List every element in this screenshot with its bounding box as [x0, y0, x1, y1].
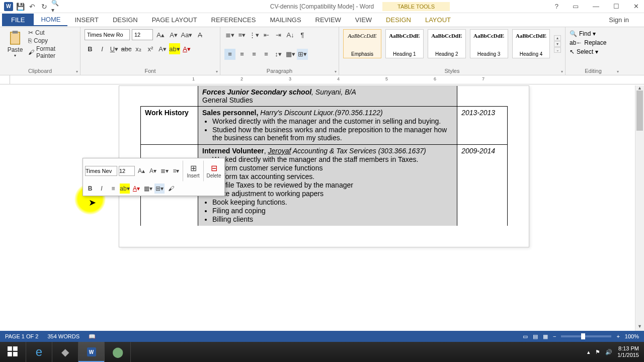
line-spacing-button[interactable]: ↕▾: [273, 49, 284, 60]
show-marks-button[interactable]: ¶: [297, 29, 308, 40]
tab-file[interactable]: FILE: [2, 14, 34, 26]
proofing-icon[interactable]: 📖: [89, 333, 96, 340]
tab-home[interactable]: HOME: [34, 14, 67, 26]
align-left-button[interactable]: ≡: [224, 49, 235, 60]
save-icon[interactable]: 💾: [15, 2, 25, 12]
mini-bold-button[interactable]: B: [85, 184, 95, 194]
scroll-thumb[interactable]: [636, 90, 643, 131]
tray-volume-icon[interactable]: 🔊: [605, 349, 612, 355]
highlight-button[interactable]: ab▾: [169, 43, 180, 54]
tab-references[interactable]: REFERENCES: [204, 14, 263, 26]
style-emphasis[interactable]: AaBbCcDdEEmphasis: [343, 29, 381, 58]
bold-button[interactable]: B: [85, 43, 96, 54]
start-button[interactable]: [0, 342, 26, 362]
paste-button[interactable]: Paste ▾: [4, 29, 26, 59]
print-layout-icon[interactable]: ▤: [533, 333, 538, 340]
select-button[interactable]: ↖ Select ▾: [570, 48, 617, 55]
find-button[interactable]: 🔍 Find ▾: [570, 30, 617, 37]
style-heading4[interactable]: AaBbCcDdEHeading 4: [512, 29, 550, 58]
mini-insert-button[interactable]: ⊞Insert: [183, 160, 202, 182]
shading-button[interactable]: ▦▾: [285, 49, 296, 60]
align-center-button[interactable]: ≡: [236, 49, 248, 60]
work-history-label-cell[interactable]: Work History: [141, 107, 198, 145]
ribbon-options-icon[interactable]: ▭: [570, 3, 582, 10]
shrink-font-icon[interactable]: A▾: [168, 29, 179, 40]
zoom-in-icon[interactable]: +: [616, 333, 619, 339]
mini-font-select[interactable]: [85, 166, 117, 176]
taskbar-app2-icon[interactable]: ⬤: [105, 342, 131, 362]
italic-button[interactable]: I: [97, 43, 108, 54]
mini-numbering-icon[interactable]: ≡▾: [171, 166, 181, 176]
tab-insert[interactable]: INSERT: [67, 14, 105, 26]
tab-page-layout[interactable]: PAGE LAYOUT: [145, 14, 204, 26]
inc-indent-button[interactable]: ⇥: [273, 29, 284, 40]
mini-grow-icon[interactable]: A▴: [136, 166, 146, 176]
font-color-button[interactable]: A▾: [181, 43, 192, 54]
text-effects-icon[interactable]: A▾: [157, 43, 168, 54]
qat-more-icon[interactable]: 🔍▾: [51, 2, 61, 12]
mini-align-button[interactable]: ≡: [108, 184, 118, 194]
tray-up-icon[interactable]: ▴: [587, 349, 590, 355]
page-indicator[interactable]: PAGE 1 OF 2: [5, 333, 38, 339]
font-name-select[interactable]: [85, 29, 130, 40]
zoom-out-icon[interactable]: −: [553, 333, 556, 339]
tray-flag-icon[interactable]: ⚑: [595, 349, 600, 355]
copy-button[interactable]: ⎘ Copy: [28, 37, 76, 44]
dec-indent-button[interactable]: ⇤: [261, 29, 272, 40]
sign-in-link[interactable]: Sign in: [609, 16, 629, 24]
font-size-select[interactable]: [132, 29, 153, 40]
subscript-button[interactable]: x₂: [133, 43, 144, 54]
maximize-icon[interactable]: ☐: [610, 3, 622, 10]
mini-highlight-button[interactable]: ab▾: [120, 184, 130, 194]
word-count[interactable]: 354 WORDS: [47, 333, 79, 339]
style-heading3[interactable]: AaBbCcDdEHeading 3: [470, 29, 508, 58]
mini-size-select[interactable]: [119, 166, 135, 176]
sort-button[interactable]: A↓: [285, 29, 296, 40]
undo-icon[interactable]: ↶: [27, 2, 37, 12]
clear-format-icon[interactable]: A̶: [194, 29, 205, 40]
styles-expand[interactable]: ▴▾⌄: [554, 35, 561, 53]
tab-view[interactable]: VIEW: [348, 14, 379, 26]
style-heading2[interactable]: AaBbCcDdEHeading 2: [428, 29, 466, 58]
borders-button[interactable]: ⊞▾: [297, 49, 308, 60]
zoom-level[interactable]: 100%: [625, 333, 639, 339]
tab-review[interactable]: REVIEW: [308, 14, 348, 26]
horizontal-ruler[interactable]: 1234567: [10, 75, 644, 84]
redo-icon[interactable]: ↻: [39, 2, 49, 12]
change-case-icon[interactable]: Aa▾: [181, 29, 192, 40]
taskbar-ie-icon[interactable]: e: [26, 342, 52, 362]
numbering-button[interactable]: ≡▾: [236, 29, 248, 40]
mini-fontcolor-button[interactable]: A▾: [131, 184, 141, 194]
strike-button[interactable]: abc: [121, 43, 132, 54]
multilevel-button[interactable]: ⋮▾: [249, 29, 260, 40]
zoom-slider[interactable]: [561, 335, 611, 337]
style-heading1[interactable]: AaBbCcDdEHeading 1: [385, 29, 424, 58]
underline-button[interactable]: U▾: [109, 43, 120, 54]
replace-button[interactable]: ab← Replace: [570, 39, 617, 46]
prev-edu-cell[interactable]: Forces Junior Secondary school, Sunyani,…: [198, 86, 457, 107]
bullets-button[interactable]: ≣▾: [224, 29, 235, 40]
vertical-scrollbar[interactable]: ▲ ▼: [635, 85, 644, 332]
mini-delete-button[interactable]: ⊟Delete: [203, 160, 222, 182]
close-icon[interactable]: ✕: [630, 3, 642, 10]
mini-formatpainter-icon[interactable]: 🖌: [166, 184, 176, 194]
job2-years-cell[interactable]: 2009-2014: [457, 145, 508, 226]
format-painter-button[interactable]: 🖌 Format Painter: [28, 45, 76, 59]
job2-cell[interactable]: Interned Volunteer, Jeroyaf Accounting &…: [198, 145, 457, 226]
grow-font-icon[interactable]: A▴: [155, 29, 166, 40]
cut-button[interactable]: ✂ Cut: [28, 29, 76, 36]
select-all-corner[interactable]: [0, 75, 10, 84]
justify-button[interactable]: ≡: [261, 49, 272, 60]
mini-italic-button[interactable]: I: [97, 184, 107, 194]
system-tray[interactable]: ▴ ⚑ 🔊 8:13 PM 1/1/2015: [587, 345, 644, 358]
tab-tt-layout[interactable]: LAYOUT: [418, 14, 458, 26]
job1-years-cell[interactable]: 2013-2013: [457, 107, 508, 145]
mini-borders-button[interactable]: ⊞▾: [154, 184, 165, 194]
web-layout-icon[interactable]: ▦: [543, 333, 548, 340]
job1-cell[interactable]: Sales personnel, Harry's Discount Liquor…: [198, 107, 457, 145]
mini-shrink-icon[interactable]: A▾: [148, 166, 158, 176]
tab-mailings[interactable]: MAILINGS: [263, 14, 308, 26]
tab-design[interactable]: DESIGN: [106, 14, 145, 26]
taskbar-word-icon[interactable]: W: [78, 342, 105, 362]
minimize-icon[interactable]: —: [590, 3, 602, 10]
